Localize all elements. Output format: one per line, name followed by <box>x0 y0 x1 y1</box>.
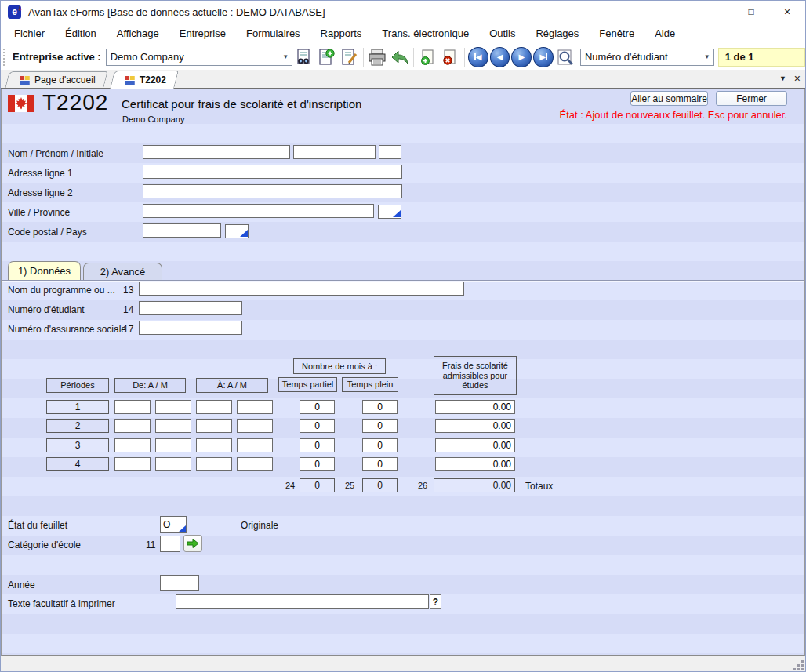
slip-find-field-combobox[interactable]: Numéro d'étudiant ▼ <box>580 49 714 66</box>
optional-text-input[interactable] <box>176 594 429 609</box>
period-1-from-month-input[interactable] <box>155 400 191 414</box>
initial-input[interactable] <box>379 145 401 159</box>
period-2-from-year-input[interactable] <box>114 419 151 433</box>
undo-button[interactable] <box>389 46 410 67</box>
app-icon: e+ <box>8 5 21 19</box>
subtab-avance[interactable]: 2) Avancé <box>83 263 162 280</box>
toolbar-grip <box>3 49 7 66</box>
active-company-combobox[interactable]: Demo Company ▼ <box>106 49 292 66</box>
period-4-from-year-input[interactable] <box>114 457 151 471</box>
school-category-lookup-button[interactable] <box>183 535 202 552</box>
previous-arrow-icon: ◀ <box>497 53 503 61</box>
menu-fichier[interactable]: Fichier <box>4 24 55 42</box>
period-2-from-month-input[interactable] <box>155 419 191 433</box>
period-2-to-year-input[interactable] <box>196 419 232 433</box>
period-4-from-month-input[interactable] <box>155 457 191 471</box>
period-1-from-year-input[interactable] <box>114 400 151 414</box>
province-lookup-input[interactable] <box>378 205 401 219</box>
full-time-header: Temps plein <box>342 377 398 392</box>
add-company-icon <box>317 48 336 67</box>
tab-page-accueil[interactable]: Page d'accueil <box>5 71 107 88</box>
slip-status-meaning: Originale <box>241 520 278 531</box>
box-24-number: 24 <box>285 481 295 490</box>
period-2-full-time-input[interactable] <box>362 419 398 433</box>
program-name-input[interactable] <box>139 282 464 296</box>
maximize-button[interactable]: □ <box>733 1 769 23</box>
menu-outils[interactable]: Outils <box>479 24 525 42</box>
slip-status-input[interactable] <box>160 516 187 533</box>
period-3-to-month-input[interactable] <box>237 438 273 452</box>
menu-trans-electronique[interactable]: Trans. électronique <box>372 24 479 42</box>
delete-slip-button[interactable] <box>440 46 461 67</box>
optional-text-help-button[interactable]: ? <box>430 594 441 609</box>
menu-edition[interactable]: Édition <box>55 24 107 42</box>
menu-entreprise[interactable]: Entreprise <box>169 24 236 42</box>
print-button[interactable] <box>367 46 388 67</box>
period-2-to-month-input[interactable] <box>237 419 273 433</box>
go-to-summary-button[interactable]: Aller au sommaire <box>630 91 708 106</box>
last-slip-button[interactable]: ▶ <box>533 47 554 67</box>
menu-affichage[interactable]: Affichage <box>107 24 169 42</box>
edit-company-button[interactable] <box>339 46 360 67</box>
minimize-button[interactable]: – <box>697 1 733 23</box>
form-window-icon <box>20 76 31 85</box>
menu-reglages[interactable]: Réglages <box>525 24 589 42</box>
undo-icon <box>390 48 410 67</box>
period-4-fees-input[interactable] <box>435 457 515 471</box>
period-3-to-year-input[interactable] <box>196 438 232 452</box>
menu-bar: Fichier Édition Affichage Entreprise For… <box>1 23 805 44</box>
toolbar: Entreprise active : Demo Company ▼ <box>1 44 805 70</box>
address2-input[interactable] <box>143 184 402 198</box>
period-2-part-time-input[interactable] <box>300 419 335 433</box>
resize-grip[interactable] <box>793 660 804 670</box>
next-slip-button[interactable]: ▶ <box>511 47 532 67</box>
country-lookup-input[interactable] <box>225 224 249 238</box>
period-1-fees-input[interactable] <box>435 400 515 414</box>
city-input[interactable] <box>143 204 374 218</box>
find-company-button[interactable] <box>293 46 314 67</box>
menu-rapports[interactable]: Rapports <box>310 24 372 42</box>
period-1-number: 1 <box>46 400 109 414</box>
close-form-button[interactable]: Fermer <box>716 91 787 106</box>
box-11-number: 11 <box>146 539 155 550</box>
menu-aide[interactable]: Aide <box>644 24 685 42</box>
first-arrow-icon: ◀ <box>476 53 482 61</box>
green-arrow-icon <box>187 538 199 549</box>
tab-t2202[interactable]: T2202 <box>110 71 179 89</box>
find-slip-button[interactable] <box>555 46 576 67</box>
student-number-input[interactable] <box>139 301 242 315</box>
period-1-to-month-input[interactable] <box>237 400 273 414</box>
school-category-input[interactable] <box>160 536 180 552</box>
period-1-part-time-input[interactable] <box>300 400 335 414</box>
sin-input[interactable] <box>139 321 242 335</box>
period-4-to-year-input[interactable] <box>196 457 232 471</box>
address1-input[interactable] <box>143 165 402 179</box>
form-company: Demo Company <box>122 114 184 124</box>
tab-list-dropdown-button[interactable]: ▼ <box>779 74 786 82</box>
period-3-part-time-input[interactable] <box>300 438 335 452</box>
period-1-full-time-input[interactable] <box>362 400 398 414</box>
period-3-from-year-input[interactable] <box>114 438 151 452</box>
period-2-fees-input[interactable] <box>435 419 515 433</box>
period-3-full-time-input[interactable] <box>362 438 398 452</box>
record-indicator: 1 de 1 <box>718 48 805 67</box>
first-slip-button[interactable]: ◀ <box>468 47 488 67</box>
close-button[interactable]: × <box>769 1 805 23</box>
previous-slip-button[interactable]: ◀ <box>490 47 510 67</box>
period-4-part-time-input[interactable] <box>300 457 335 471</box>
surname-input[interactable] <box>143 145 290 159</box>
add-slip-button[interactable] <box>417 46 438 67</box>
year-input[interactable] <box>160 575 199 591</box>
subtab-donnees[interactable]: 1) Données <box>8 261 81 280</box>
period-3-from-month-input[interactable] <box>155 438 191 452</box>
period-3-fees-input[interactable] <box>435 438 515 452</box>
menu-formulaires[interactable]: Formulaires <box>236 24 310 42</box>
period-4-to-month-input[interactable] <box>237 457 273 471</box>
menu-fenetre[interactable]: Fenêtre <box>589 24 644 42</box>
firstname-input[interactable] <box>293 145 376 159</box>
period-1-to-year-input[interactable] <box>196 400 232 414</box>
period-4-full-time-input[interactable] <box>362 457 398 471</box>
add-company-button[interactable] <box>316 46 337 67</box>
postal-code-input[interactable] <box>143 223 221 238</box>
tab-close-button[interactable]: × <box>794 72 801 85</box>
